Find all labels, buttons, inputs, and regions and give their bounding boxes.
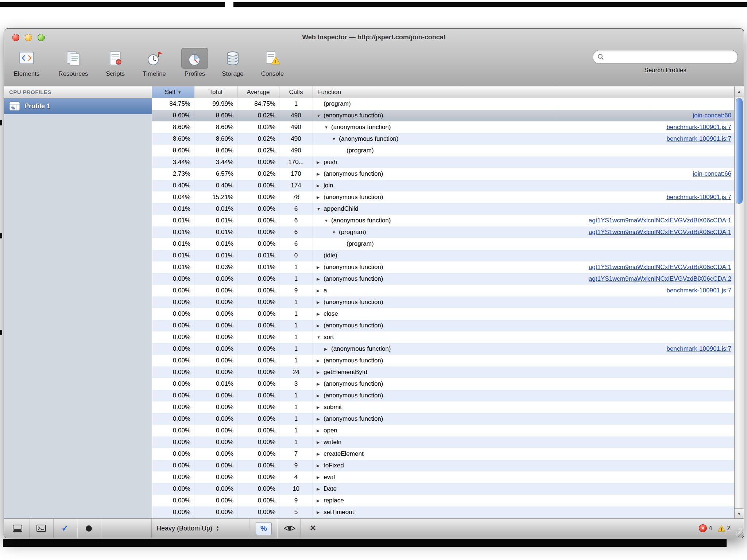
table-row[interactable]: 2.73%6.57%0.02%170▶(anonymous function)j… bbox=[152, 168, 734, 180]
disclosure-collapsed-icon[interactable]: ▶ bbox=[317, 168, 323, 180]
disclosure-collapsed-icon[interactable]: ▶ bbox=[317, 495, 323, 506]
disclosure-collapsed-icon[interactable]: ▶ bbox=[317, 378, 323, 390]
toolbar-button-elements[interactable]: Elements bbox=[8, 48, 46, 78]
toolbar-button-console[interactable]: ! Console bbox=[253, 48, 291, 78]
table-row[interactable]: 0.00%0.00%0.00%1▼sort bbox=[152, 331, 734, 343]
dock-to-bottom-button[interactable] bbox=[6, 519, 29, 538]
disclosure-collapsed-icon[interactable]: ▶ bbox=[317, 296, 323, 308]
table-row[interactable]: 8.60%8.60%0.02%490▼(anonymous function)j… bbox=[152, 110, 734, 121]
source-link[interactable]: benchmark-100901.js:7 bbox=[659, 121, 731, 133]
table-row[interactable]: 0.00%0.00%0.00%4▶eval bbox=[152, 471, 734, 483]
scroll-up-button[interactable]: ▲ bbox=[735, 86, 744, 97]
table-row[interactable]: 8.60%8.60%0.02%490▼(anonymous function)b… bbox=[152, 133, 734, 145]
source-link[interactable]: benchmark-100901.js:7 bbox=[659, 285, 731, 296]
table-row[interactable]: 0.00%0.00%0.00%1▶(anonymous function) bbox=[152, 390, 734, 401]
table-row[interactable]: 0.00%0.00%0.00%9▶replace bbox=[152, 495, 734, 506]
disclosure-collapsed-icon[interactable]: ▶ bbox=[317, 413, 323, 425]
table-row[interactable]: 0.01%0.01%0.00%6▼(anonymous function)agt… bbox=[152, 215, 734, 226]
column-header-function[interactable]: Function bbox=[313, 86, 734, 98]
table-row[interactable]: 0.00%0.00%0.00%1▶(anonymous function)agt… bbox=[152, 273, 734, 285]
table-row[interactable]: 0.00%0.00%0.00%1▶(anonymous function) bbox=[152, 413, 734, 425]
warning-count-badge[interactable]: 2 bbox=[717, 525, 731, 532]
source-link[interactable]: join-concat:66 bbox=[685, 168, 731, 180]
resize-grip[interactable] bbox=[736, 530, 743, 537]
table-row[interactable]: 3.44%3.44%0.00%170...▶push bbox=[152, 156, 734, 168]
table-row[interactable]: 0.00%0.00%0.00%1▶close bbox=[152, 308, 734, 320]
table-row[interactable]: 0.00%0.00%0.00%1▶open bbox=[152, 425, 734, 436]
table-row[interactable]: 8.60%8.60%0.02%490 (program) bbox=[152, 145, 734, 156]
disclosure-collapsed-icon[interactable]: ▶ bbox=[317, 425, 323, 436]
source-link[interactable]: benchmark-100901.js:7 bbox=[659, 343, 731, 355]
disclosure-expanded-icon[interactable]: ▼ bbox=[332, 226, 338, 238]
disclosure-collapsed-icon[interactable]: ▶ bbox=[324, 343, 330, 355]
disclosure-collapsed-icon[interactable]: ▶ bbox=[317, 471, 323, 483]
disclosure-collapsed-icon[interactable]: ▶ bbox=[317, 308, 323, 320]
table-row[interactable]: 0.00%0.00%0.00%1▶(anonymous function) bbox=[152, 355, 734, 366]
disclosure-expanded-icon[interactable]: ▼ bbox=[317, 331, 323, 343]
disclosure-collapsed-icon[interactable]: ▶ bbox=[317, 180, 323, 191]
disclosure-collapsed-icon[interactable]: ▶ bbox=[317, 401, 323, 413]
show-console-button[interactable] bbox=[30, 519, 53, 538]
exclude-node-button[interactable]: ✕ bbox=[305, 519, 321, 538]
column-header-self[interactable]: Self ▼ bbox=[152, 86, 194, 98]
table-row[interactable]: 0.00%0.00%0.00%1▶writeln bbox=[152, 436, 734, 448]
disclosure-collapsed-icon[interactable]: ▶ bbox=[317, 483, 323, 495]
focus-node-button[interactable] bbox=[281, 519, 298, 538]
toolbar-button-resources[interactable]: Resources bbox=[54, 48, 92, 78]
source-link[interactable]: agt1YS1wcm9maWxlcnINCxIEVGVzdBiX06cCDA:2 bbox=[581, 273, 731, 285]
disclosure-collapsed-icon[interactable]: ▶ bbox=[317, 366, 323, 378]
sidebar-item-profile-1[interactable]: % Profile 1 bbox=[4, 98, 152, 114]
toolbar-button-storage[interactable]: Storage bbox=[214, 48, 252, 78]
column-header-total[interactable]: Total bbox=[194, 86, 237, 98]
disclosure-collapsed-icon[interactable]: ▶ bbox=[317, 506, 323, 518]
disclosure-expanded-icon[interactable]: ▼ bbox=[317, 110, 323, 121]
disclosure-expanded-icon[interactable]: ▼ bbox=[324, 121, 330, 133]
table-row[interactable]: 0.00%0.00%0.00%7▶createElement bbox=[152, 448, 734, 460]
disclosure-collapsed-icon[interactable]: ▶ bbox=[317, 460, 323, 471]
table-row[interactable]: 0.00%0.01%0.00%3▶(anonymous function) bbox=[152, 378, 734, 390]
source-link[interactable]: benchmark-100901.js:7 bbox=[659, 191, 731, 203]
error-count-badge[interactable]: ✕ 4 bbox=[699, 524, 712, 532]
table-row[interactable]: 0.04%15.21%0.00%78▶(anonymous function)b… bbox=[152, 191, 734, 203]
table-row[interactable]: 0.01%0.01%0.00%6▼(program)agt1YS1wcm9maW… bbox=[152, 226, 734, 238]
table-row[interactable]: 0.01%0.01%0.00%6▼appendChild bbox=[152, 203, 734, 215]
disclosure-collapsed-icon[interactable]: ▶ bbox=[317, 273, 323, 285]
table-row[interactable]: 0.00%0.00%0.00%1▶submit bbox=[152, 401, 734, 413]
disclosure-collapsed-icon[interactable]: ▶ bbox=[317, 191, 323, 203]
toolbar-button-profiles[interactable]: Profiles bbox=[176, 48, 214, 78]
disclosure-collapsed-icon[interactable]: ▶ bbox=[317, 448, 323, 460]
disclosure-expanded-icon[interactable]: ▼ bbox=[332, 133, 338, 145]
disclosure-expanded-icon[interactable]: ▼ bbox=[324, 215, 330, 226]
table-row[interactable]: 0.00%0.00%0.00%10▶Date bbox=[152, 483, 734, 495]
scroll-down-button[interactable]: ▼ bbox=[735, 508, 744, 519]
disclosure-collapsed-icon[interactable]: ▶ bbox=[317, 285, 323, 296]
table-row[interactable]: 0.00%0.00%0.00%9▶toFixed bbox=[152, 460, 734, 471]
table-row[interactable]: 0.00%0.00%0.00%1▶(anonymous function)ben… bbox=[152, 343, 734, 355]
table-row[interactable]: 8.60%8.60%0.02%490▼(anonymous function)b… bbox=[152, 121, 734, 133]
source-link[interactable]: join-concat:60 bbox=[685, 110, 731, 121]
table-row[interactable]: 0.00%0.00%0.00%1▶(anonymous function) bbox=[152, 296, 734, 308]
source-link[interactable]: agt1YS1wcm9maWxlcnINCxIEVGVzdBiX06cCDA:1 bbox=[581, 261, 731, 273]
scrollbar-thumb[interactable] bbox=[736, 98, 743, 204]
table-row[interactable]: 0.00%0.00%0.00%5▶setTimeout bbox=[152, 506, 734, 518]
table-row[interactable]: 0.01%0.01%0.00%6 (program) bbox=[152, 238, 734, 250]
profile-view-popup[interactable]: Heavy (Bottom Up) ▲▼ bbox=[156, 519, 219, 538]
enable-profiling-button[interactable]: ✓ bbox=[54, 519, 76, 538]
table-row[interactable]: 0.40%0.40%0.00%174▶join bbox=[152, 180, 734, 191]
table-row[interactable]: 0.01%0.01%0.01%0 (idle) bbox=[152, 250, 734, 261]
column-header-calls[interactable]: Calls bbox=[279, 86, 313, 98]
disclosure-collapsed-icon[interactable]: ▶ bbox=[317, 436, 323, 448]
search-input[interactable] bbox=[607, 53, 733, 61]
disclosure-collapsed-icon[interactable]: ▶ bbox=[317, 320, 323, 331]
column-header-average[interactable]: Average bbox=[237, 86, 279, 98]
disclosure-collapsed-icon[interactable]: ▶ bbox=[317, 390, 323, 401]
search-field[interactable] bbox=[593, 50, 738, 64]
table-row[interactable]: 0.00%0.00%0.00%9▶abenchmark-100901.js:7 bbox=[152, 285, 734, 296]
disclosure-collapsed-icon[interactable]: ▶ bbox=[317, 355, 323, 366]
toolbar-button-timeline[interactable]: Timeline bbox=[135, 48, 173, 78]
table-row[interactable]: 0.00%0.00%0.00%24▶getElementById bbox=[152, 366, 734, 378]
title-bar[interactable]: Web Inspector — http://jsperf.com/join-c… bbox=[4, 29, 744, 46]
toolbar-button-scripts[interactable]: Scripts bbox=[96, 48, 134, 78]
record-profile-button[interactable] bbox=[77, 519, 100, 538]
source-link[interactable]: benchmark-100901.js:7 bbox=[659, 133, 731, 145]
